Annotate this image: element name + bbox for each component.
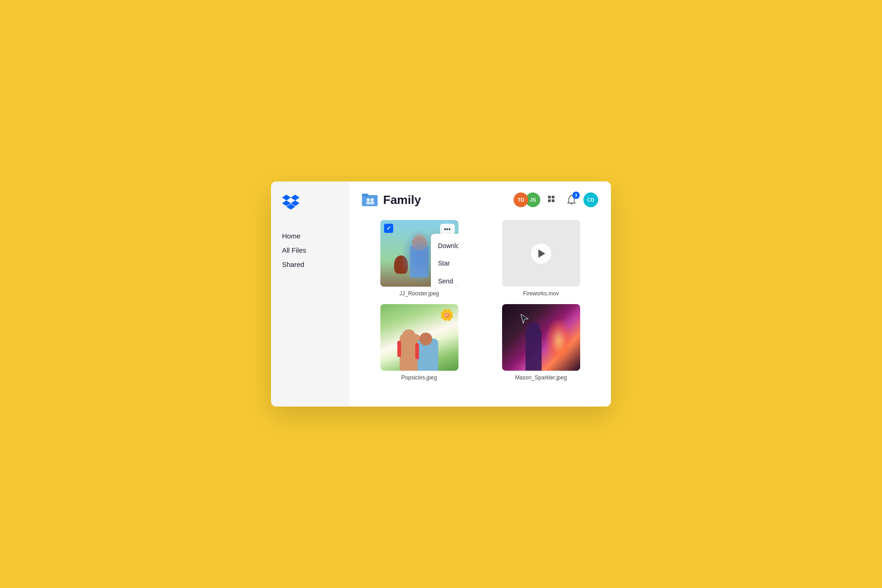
svg-point-4 [371, 198, 374, 202]
file-thumbnail-rooster[interactable]: ✓ ••• Download [380, 220, 458, 287]
file-name-fireworks: Fireworks.mov [523, 290, 559, 297]
sidebar-item-shared[interactable]: Shared [282, 259, 338, 270]
file-name-popsicles: Popsicles.jpeg [401, 374, 437, 381]
svg-rect-9 [548, 199, 551, 202]
send-label: Send [438, 277, 453, 285]
header: Family TD JS [362, 192, 598, 207]
file-name-sparkler: Mason_Sparkler.jpeg [515, 374, 567, 381]
avatar-td[interactable]: TD [514, 192, 528, 207]
sidebar-nav: Home All Files Shared [282, 230, 338, 270]
svg-rect-10 [552, 199, 554, 202]
grid-icon[interactable] [545, 192, 560, 207]
video-overlay [502, 220, 580, 287]
sidebar: Home All Files Shared [271, 181, 349, 407]
apps-grid-icon [548, 195, 557, 204]
sidebar-logo [282, 194, 338, 212]
context-menu-star[interactable]: Star ☆ [431, 254, 458, 272]
file-item-fireworks: Fireworks.mov [484, 220, 598, 297]
file-item-sparkler: Mason_Sparkler.jpeg [484, 304, 598, 381]
app-window: Home All Files Shared Family [271, 181, 611, 407]
main-content: Family TD JS [349, 181, 611, 407]
sidebar-item-home[interactable]: Home [282, 230, 338, 242]
svg-point-6 [370, 201, 374, 204]
avatar-group: TD JS [514, 192, 540, 207]
svg-rect-8 [552, 196, 554, 198]
file-checkbox-rooster[interactable]: ✓ [384, 224, 393, 233]
checkbox-check-icon: ✓ [386, 225, 391, 232]
file-grid: ✓ ••• Download [362, 220, 598, 381]
dropbox-logo-icon [282, 194, 300, 210]
more-options-button-rooster[interactable]: ••• [440, 224, 455, 235]
svg-rect-7 [548, 196, 551, 198]
ellipsis-icon: ••• [444, 226, 451, 233]
file-item-rooster: ✓ ••• Download [362, 220, 476, 297]
context-menu: Download Star ☆ [431, 234, 458, 287]
file-thumbnail-fireworks[interactable] [502, 220, 580, 287]
context-menu-download[interactable]: Download [431, 237, 458, 254]
file-thumbnail-sparkler[interactable] [502, 304, 580, 371]
context-menu-send[interactable]: Send [431, 272, 458, 287]
file-item-popsicles: 🌼 Popsicles.jpeg [362, 304, 476, 381]
svg-point-3 [367, 198, 370, 202]
notification-button[interactable]: 3 [564, 192, 579, 207]
header-right: TD JS 3 [514, 192, 598, 207]
file-name-rooster: JJ_Rooster.jpeg [399, 290, 439, 297]
download-label: Download [438, 242, 458, 249]
star-label: Star [438, 260, 450, 267]
folder-icon [362, 193, 378, 206]
play-triangle-icon [538, 249, 545, 258]
page-title: Family [383, 193, 421, 207]
sidebar-item-all-files[interactable]: All Files [282, 244, 338, 256]
svg-rect-1 [362, 196, 378, 206]
play-button[interactable] [531, 243, 551, 264]
header-left: Family [362, 193, 421, 207]
svg-rect-2 [362, 193, 368, 197]
avatar-cd[interactable]: CD [583, 192, 598, 207]
notification-badge: 3 [572, 192, 580, 199]
file-thumbnail-popsicles[interactable]: 🌼 [380, 304, 458, 371]
